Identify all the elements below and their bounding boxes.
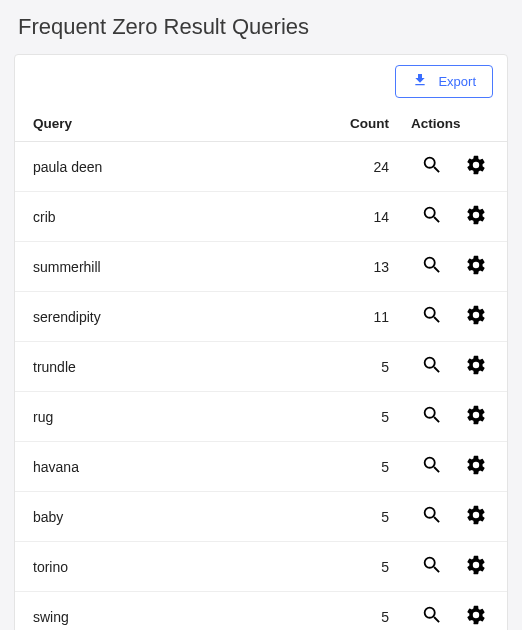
row-settings-button[interactable] xyxy=(465,204,487,229)
row-search-button[interactable] xyxy=(421,354,443,379)
gear-icon xyxy=(465,454,487,479)
cell-count: 24 xyxy=(343,159,397,175)
cell-actions xyxy=(397,204,493,229)
row-settings-button[interactable] xyxy=(465,404,487,429)
search-icon xyxy=(421,304,443,329)
page-title: Frequent Zero Result Queries xyxy=(0,0,522,50)
search-icon xyxy=(421,354,443,379)
cell-actions xyxy=(397,604,493,629)
search-icon xyxy=(421,404,443,429)
cell-count: 5 xyxy=(343,509,397,525)
gear-icon xyxy=(465,304,487,329)
search-icon xyxy=(421,554,443,579)
cell-query: baby xyxy=(33,509,343,525)
cell-count: 11 xyxy=(343,309,397,325)
cell-query: swing xyxy=(33,609,343,625)
cell-count: 5 xyxy=(343,459,397,475)
row-settings-button[interactable] xyxy=(465,454,487,479)
gear-icon xyxy=(465,604,487,629)
row-search-button[interactable] xyxy=(421,454,443,479)
table-row: havana5 xyxy=(15,442,507,492)
gear-icon xyxy=(465,554,487,579)
search-icon xyxy=(421,454,443,479)
card-toolbar: Export xyxy=(15,55,507,106)
cell-query: trundle xyxy=(33,359,343,375)
search-icon xyxy=(421,204,443,229)
cell-actions xyxy=(397,154,493,179)
table-header-row: Query Count Actions xyxy=(15,106,507,142)
row-settings-button[interactable] xyxy=(465,604,487,629)
cell-query: crib xyxy=(33,209,343,225)
gear-icon xyxy=(465,254,487,279)
row-search-button[interactable] xyxy=(421,404,443,429)
row-search-button[interactable] xyxy=(421,504,443,529)
row-settings-button[interactable] xyxy=(465,304,487,329)
cell-actions xyxy=(397,254,493,279)
header-actions: Actions xyxy=(397,116,493,131)
table-body: paula deen24crib14summerhill13serendipit… xyxy=(15,142,507,630)
row-search-button[interactable] xyxy=(421,604,443,629)
cell-query: torino xyxy=(33,559,343,575)
table-row: serendipity11 xyxy=(15,292,507,342)
queries-card: Export Query Count Actions paula deen24c… xyxy=(14,54,508,630)
row-settings-button[interactable] xyxy=(465,154,487,179)
cell-actions xyxy=(397,404,493,429)
row-search-button[interactable] xyxy=(421,304,443,329)
cell-count: 5 xyxy=(343,609,397,625)
gear-icon xyxy=(465,504,487,529)
cell-count: 14 xyxy=(343,209,397,225)
search-icon xyxy=(421,504,443,529)
search-icon xyxy=(421,604,443,629)
row-search-button[interactable] xyxy=(421,554,443,579)
table-row: torino5 xyxy=(15,542,507,592)
search-icon xyxy=(421,154,443,179)
gear-icon xyxy=(465,204,487,229)
cell-query: paula deen xyxy=(33,159,343,175)
gear-icon xyxy=(465,154,487,179)
row-settings-button[interactable] xyxy=(465,354,487,379)
cell-query: rug xyxy=(33,409,343,425)
cell-query: serendipity xyxy=(33,309,343,325)
cell-count: 13 xyxy=(343,259,397,275)
table-row: swing5 xyxy=(15,592,507,630)
row-settings-button[interactable] xyxy=(465,504,487,529)
export-button[interactable]: Export xyxy=(395,65,493,98)
table-row: paula deen24 xyxy=(15,142,507,192)
row-settings-button[interactable] xyxy=(465,554,487,579)
cell-count: 5 xyxy=(343,359,397,375)
row-search-button[interactable] xyxy=(421,154,443,179)
cell-count: 5 xyxy=(343,409,397,425)
table-row: crib14 xyxy=(15,192,507,242)
cell-query: havana xyxy=(33,459,343,475)
header-query: Query xyxy=(33,116,343,131)
cell-query: summerhill xyxy=(33,259,343,275)
cell-actions xyxy=(397,354,493,379)
download-icon xyxy=(412,72,428,91)
table-row: baby5 xyxy=(15,492,507,542)
cell-actions xyxy=(397,504,493,529)
row-search-button[interactable] xyxy=(421,204,443,229)
table-row: rug5 xyxy=(15,392,507,442)
cell-actions xyxy=(397,454,493,479)
row-settings-button[interactable] xyxy=(465,254,487,279)
header-count: Count xyxy=(343,116,397,131)
export-button-label: Export xyxy=(438,74,476,89)
row-search-button[interactable] xyxy=(421,254,443,279)
cell-actions xyxy=(397,554,493,579)
gear-icon xyxy=(465,404,487,429)
cell-count: 5 xyxy=(343,559,397,575)
gear-icon xyxy=(465,354,487,379)
cell-actions xyxy=(397,304,493,329)
table-row: trundle5 xyxy=(15,342,507,392)
search-icon xyxy=(421,254,443,279)
table-row: summerhill13 xyxy=(15,242,507,292)
